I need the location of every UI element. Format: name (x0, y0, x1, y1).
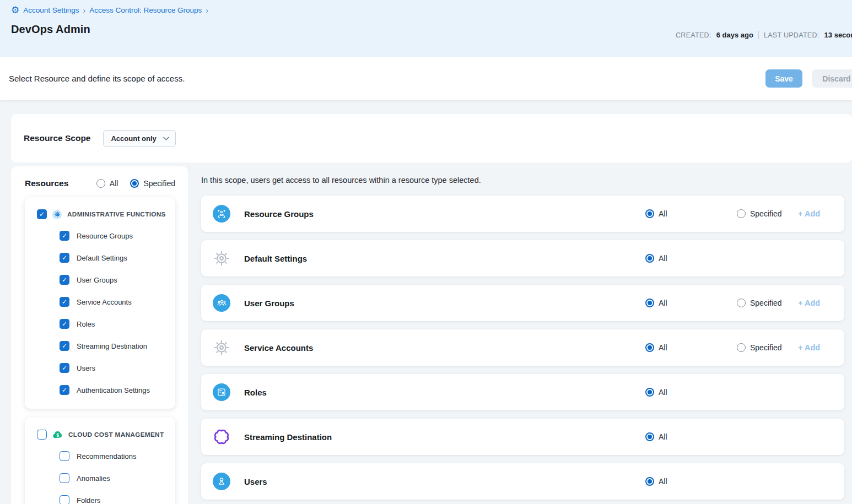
action-bar: Select Resource and define its scope of … (0, 57, 852, 100)
resources-tree: ✓ ADMINISTRATIVE FUNCTIONS ✓ Resource Gr… (11, 197, 188, 504)
resource-row-label: Streaming Destination (244, 432, 332, 442)
tree-item[interactable]: ✓ Streaming Destination (37, 335, 170, 357)
scope-description: In this scope, users get access to all r… (201, 176, 844, 185)
radio-all[interactable] (645, 343, 654, 352)
radio-specified[interactable] (130, 179, 139, 188)
breadcrumb-access-control[interactable]: Access Control: Resource Groups (89, 6, 202, 14)
add-button[interactable]: + Add (798, 343, 820, 352)
item-checkbox[interactable]: ✓ (60, 341, 69, 351)
radio-all-label: All (659, 343, 667, 352)
row-specified-option[interactable]: Specified (737, 343, 782, 352)
tree-item-label: Users (77, 364, 95, 372)
tree-item[interactable]: ✓ Authentication Settings (37, 379, 170, 401)
resources-specified-option[interactable]: Specified (130, 179, 175, 188)
chevron-right-icon: › (206, 6, 208, 15)
resource-row: Service Accounts All Specified + Add (201, 329, 844, 366)
tree-item[interactable]: Anomalies (37, 467, 170, 489)
row-all-option[interactable]: All (645, 209, 667, 218)
row-specified-option[interactable]: Specified (737, 209, 782, 218)
tree-item[interactable]: ✓ Default Settings (37, 247, 170, 269)
tree-item-label: User Groups (77, 276, 117, 284)
tree-item[interactable]: ✓ Resource Groups (37, 225, 170, 247)
resource-scope-dropdown[interactable]: Account only (103, 130, 176, 147)
tree-item[interactable]: ✓ Roles (37, 313, 170, 335)
created-label: CREATED: (676, 31, 711, 39)
row-all-option[interactable]: All (645, 299, 667, 307)
row-specified-option[interactable]: Specified (737, 299, 782, 307)
item-checkbox[interactable] (60, 473, 69, 483)
tree-item-label: Service Accounts (77, 298, 132, 306)
tree-section-row: ✓ ADMINISTRATIVE FUNCTIONS (37, 204, 170, 225)
gear-icon (213, 250, 230, 267)
item-checkbox[interactable]: ✓ (60, 275, 69, 285)
tree-item[interactable]: ✓ Users (37, 357, 170, 379)
radio-specified[interactable] (737, 299, 746, 307)
radio-all[interactable] (645, 299, 654, 307)
resource-rows: Resource Groups All Specified + Add Defa… (201, 196, 844, 500)
radio-all-label: All (659, 299, 667, 307)
radio-specified[interactable] (737, 209, 746, 218)
columns: Resources All Specified ✓ (11, 166, 852, 504)
item-checkbox[interactable]: ✓ (60, 385, 69, 395)
save-button[interactable]: Save (765, 69, 802, 88)
item-checkbox[interactable]: ✓ (60, 231, 69, 241)
radio-specified-label: Specified (750, 209, 782, 218)
resource-row: Default Settings All (201, 240, 844, 277)
row-all-option[interactable]: All (645, 477, 667, 486)
tree-item-label: Resource Groups (77, 232, 133, 240)
group-checkbox[interactable] (37, 430, 47, 440)
created-value: 6 days ago (716, 31, 753, 39)
radio-all-label: All (659, 477, 667, 486)
user-groups-icon (213, 294, 230, 312)
radio-all-label: All (659, 254, 667, 263)
tree-item-label: Folders (77, 496, 100, 504)
radio-specified-label: Specified (750, 299, 782, 307)
radio-all[interactable] (645, 254, 654, 263)
breadcrumb: ⚙ Account Settings › Access Control: Res… (11, 6, 843, 15)
cloud-cost-icon: $ (52, 430, 63, 439)
radio-all[interactable] (645, 432, 654, 441)
row-all-option[interactable]: All (645, 254, 667, 263)
group-label: ADMINISTRATIVE FUNCTIONS (67, 210, 166, 218)
instruction-text: Select Resource and define its scope of … (9, 74, 185, 83)
resource-row: Users All (201, 463, 844, 500)
item-checkbox[interactable]: ✓ (60, 253, 69, 263)
row-all-option[interactable]: All (645, 343, 667, 352)
radio-all[interactable] (96, 179, 105, 188)
group-checkbox[interactable]: ✓ (37, 209, 47, 219)
add-button[interactable]: + Add (798, 299, 820, 307)
discard-button[interactable]: Discard (812, 69, 852, 88)
radio-specified[interactable] (737, 343, 746, 352)
tree-item-label: Roles (77, 320, 95, 328)
resource-row-label: Service Accounts (244, 343, 313, 353)
add-button[interactable]: + Add (798, 209, 820, 218)
tree-item[interactable]: ✓ User Groups (37, 269, 170, 291)
item-checkbox[interactable]: ✓ (60, 363, 69, 373)
resources-all-option[interactable]: All (96, 179, 118, 188)
radio-specified-label: Specified (750, 343, 782, 352)
resource-group-card: ✓ ADMINISTRATIVE FUNCTIONS ✓ Resource Gr… (25, 197, 175, 409)
resource-row-label: User Groups (244, 299, 294, 308)
item-checkbox[interactable] (60, 451, 69, 461)
row-all-option[interactable]: All (645, 388, 667, 397)
resource-row: Resource Groups All Specified + Add (201, 196, 844, 232)
row-all-option[interactable]: All (645, 432, 667, 441)
tree-item[interactable]: Folders (37, 489, 170, 504)
radio-all[interactable] (645, 209, 654, 218)
breadcrumb-account-settings[interactable]: Account Settings (23, 6, 79, 14)
item-checkbox[interactable] (60, 495, 69, 504)
item-checkbox[interactable]: ✓ (60, 319, 69, 329)
radio-all[interactable] (645, 477, 654, 486)
tree-item-label: Recommendations (77, 452, 136, 460)
svg-text:$: $ (56, 432, 59, 438)
roles-icon (213, 383, 230, 401)
resource-row-label: Resource Groups (244, 209, 314, 219)
chevron-right-icon: › (83, 6, 86, 15)
radio-all[interactable] (645, 388, 654, 397)
tree-item[interactable]: ✓ Service Accounts (37, 291, 170, 313)
radio-all-label: All (659, 209, 667, 218)
tree-item[interactable]: Recommendations (37, 445, 170, 467)
resource-scope-card: Resource Scope Account only (11, 114, 852, 162)
record-meta: CREATED: 6 days ago LAST UPDATED: 13 sec… (676, 31, 852, 39)
item-checkbox[interactable]: ✓ (60, 297, 69, 307)
